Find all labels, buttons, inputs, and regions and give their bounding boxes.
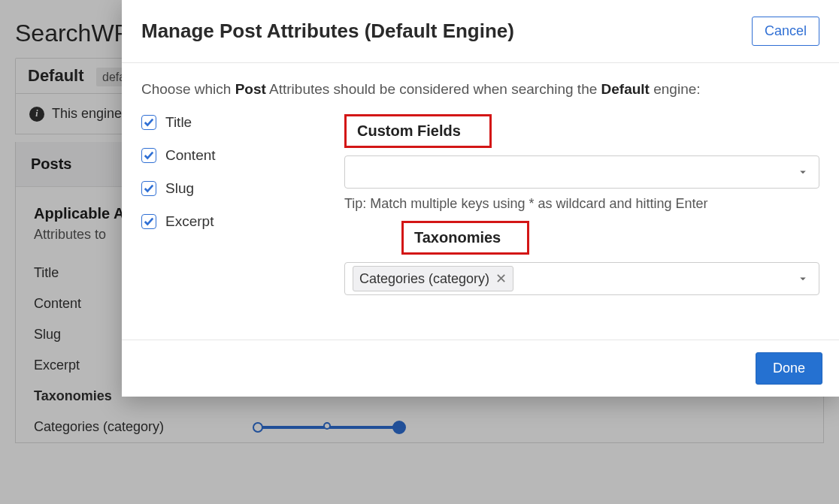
done-button[interactable]: Done [756, 352, 822, 385]
modal-title: Manage Post Attributes (Default Engine) [141, 20, 514, 43]
manage-attributes-modal: Manage Post Attributes (Default Engine) … [122, 0, 839, 397]
custom-fields-highlight: Custom Fields [344, 114, 492, 148]
chevron-down-icon [796, 165, 810, 179]
modal-prompt: Choose which Post Attributes should be c… [141, 81, 819, 98]
custom-fields-select[interactable] [344, 155, 819, 189]
taxonomy-tag-label: Categories (category) [359, 271, 489, 287]
modal-header: Manage Post Attributes (Default Engine) … [122, 0, 839, 63]
checkbox-content-label: Content [165, 147, 216, 164]
checkbox-slug[interactable] [141, 181, 156, 196]
modal-footer: Done [122, 340, 839, 397]
taxonomies-select[interactable]: Categories (category) ✕ [344, 262, 819, 295]
taxonomy-tag-categories: Categories (category) ✕ [353, 266, 513, 291]
chevron-down-icon [796, 272, 810, 285]
checkbox-slug-label: Slug [165, 180, 194, 197]
checkbox-excerpt-label: Excerpt [165, 213, 214, 230]
cancel-button[interactable]: Cancel [752, 17, 819, 46]
custom-fields-label: Custom Fields [347, 116, 471, 146]
checkbox-excerpt[interactable] [141, 214, 156, 229]
custom-fields-tip: Tip: Match multiple keys using * as wild… [344, 196, 819, 212]
taxonomies-label: Taxonomies [404, 223, 511, 252]
checkbox-content[interactable] [141, 148, 156, 163]
checkbox-title[interactable] [141, 115, 156, 130]
checkbox-title-label: Title [165, 114, 192, 131]
checkbox-column: Title Content Slug Excerpt [141, 114, 307, 303]
remove-tag-icon[interactable]: ✕ [495, 270, 507, 287]
taxonomies-highlight: Taxonomies [401, 221, 529, 255]
